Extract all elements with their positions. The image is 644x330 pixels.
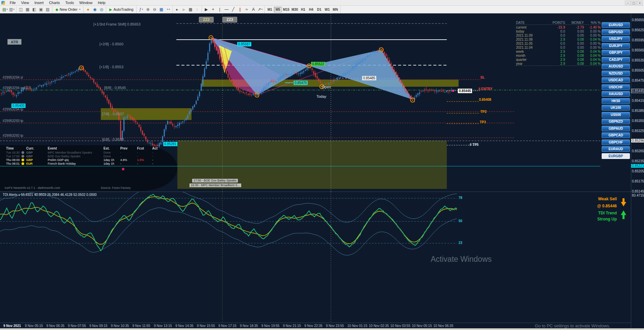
restore-button[interactable]: ▢ [631, 1, 637, 5]
order-line-label: #29953294 tp [3, 108, 23, 111]
app-logo-icon [1, 1, 5, 5]
crosshair-button[interactable]: + [210, 6, 216, 13]
bottom-strip [0, 328, 644, 330]
symbol-button-list: EURUSDGBPUSDUSDJPYEURJPYGBPJPYCADJPYAUDU… [602, 13, 630, 192]
trendline-button[interactable]: ╱ [230, 6, 237, 13]
minimize-button[interactable]: – [625, 1, 631, 5]
symbol-gbpnzd[interactable]: GBPNZD [602, 119, 630, 124]
menu-insert[interactable]: Insert [32, 0, 46, 5]
timeframe-h4[interactable]: H4 [307, 7, 315, 12]
sell-arrow-icon [621, 198, 626, 207]
chart-news-marker: 16:30 - MPC Member Broadbent S... [189, 183, 241, 187]
chart-shift-button[interactable]: ▹ [180, 6, 187, 13]
timeframe-m1[interactable]: M1 [266, 7, 274, 12]
order-line-label: #29953294 sell 0.5 [3, 86, 31, 90]
activate-windows-watermark-line2: Go to PC settings to activate Windows. [535, 323, 610, 328]
symbol-eurjpy[interactable]: EURJPY [602, 43, 630, 49]
shoulder-label: 0.85522 [311, 62, 325, 66]
zoom-out-button[interactable]: ⊖ [151, 6, 158, 13]
tdi-level-label: 23 [459, 241, 462, 245]
zigzag-button-zz2[interactable]: ZZ2 [199, 17, 214, 23]
metaeditor-button[interactable]: ◉ [91, 6, 98, 13]
symbol-nzdusd[interactable]: NZDUSD [602, 71, 630, 76]
fibonacci-button[interactable]: ≈ [243, 6, 250, 13]
new-order-icon: ◆ [55, 7, 58, 12]
symbol-usdcad[interactable]: USDCAD [602, 77, 630, 83]
timeframe-d1[interactable]: D1 [315, 7, 323, 12]
strategy-tester-button[interactable]: ▨ [44, 6, 51, 13]
timeframe-m30[interactable]: M30 [291, 7, 299, 12]
symbol-gbpusd[interactable]: GBPUSD [602, 29, 630, 35]
market-watch-button[interactable]: ◫ [17, 6, 24, 13]
menu-view[interactable]: View [18, 0, 32, 5]
menu-help[interactable]: Help [95, 0, 108, 5]
support-line [0, 166, 600, 166]
timeframe-h1[interactable]: H1 [299, 7, 307, 12]
profiles-button[interactable]: ▥▾ [8, 6, 15, 13]
symbol-xauusd[interactable]: XAUUSD [602, 91, 630, 97]
menu-charts[interactable]: Charts [46, 0, 62, 5]
new-chart-button[interactable]: ▤▾ [2, 6, 8, 13]
close-button[interactable]: × [637, 1, 643, 5]
symbol-cadjpy[interactable]: CADJPY [602, 57, 630, 63]
tdi-trend-value: Strong Up [581, 217, 617, 221]
menu-tools[interactable]: Tools [62, 0, 77, 5]
zoom-in-button[interactable]: ⊕ [144, 6, 151, 13]
autoscroll-button[interactable]: ▸ [174, 6, 180, 13]
symbol-gbpaud[interactable]: GBPAUD [602, 126, 630, 131]
arrows-button[interactable]: ↗▾ [257, 6, 263, 13]
tdi-level-label: 50 [459, 219, 462, 223]
menu-file[interactable]: File [7, 0, 18, 5]
symbol-eurusd[interactable]: EURUSD [602, 22, 630, 28]
trend-up-arrow-icon [621, 210, 626, 219]
tile-windows-button[interactable]: ▦ [158, 6, 165, 13]
autotrading-button[interactable]: ▶AutoTrading [107, 6, 135, 13]
vertical-line-button[interactable]: | [216, 6, 223, 13]
tp2-label: TP2 [480, 110, 486, 114]
symbol-hk50[interactable]: HK50 [602, 98, 630, 104]
timeframe-mn[interactable]: MN [331, 7, 339, 12]
horizontal-line-button[interactable]: — [223, 6, 230, 13]
atr-button[interactable]: ATR [7, 39, 22, 45]
minor-label: 0.85485 [362, 76, 376, 80]
data-window-button[interactable]: ▦ [24, 6, 31, 13]
cursor-button[interactable]: ▶ [203, 6, 210, 13]
timeframe-w1[interactable]: W1 [323, 7, 331, 12]
frame-shift-label-label: [+1/3rd Frame Shift] 0.85653 [93, 22, 140, 26]
timeframe-m15[interactable]: M15 [282, 7, 290, 12]
channel-button[interactable]: ∥ [237, 6, 243, 13]
cycle-lines-button[interactable]: ◌ [194, 6, 201, 13]
grid-button[interactable]: ▩ [187, 6, 194, 13]
symbol-eurgbp[interactable]: EURGBP [602, 153, 630, 159]
indicators-button[interactable]: ƒ▾ [138, 6, 144, 13]
news-info-button[interactable]: ◎ [98, 6, 105, 13]
entry-label: # ENTRY [478, 87, 492, 91]
tp1-price-label: 0.85408 [479, 98, 491, 101]
zigzag-button-zz3[interactable]: ZZ3 [222, 17, 237, 23]
symbol-gbpcad[interactable]: GBPCAD [602, 132, 630, 138]
chart-workspace: ZZ2 ZZ3 ATR 0.855870.855220.854700.85485… [0, 13, 644, 330]
window-controls: –▢× [625, 1, 643, 5]
styler-button[interactable]: ● [85, 6, 91, 13]
tdi-trend-label: TDI Trend [581, 211, 617, 215]
toolbar: ▤▾▥▾◫▦◧▣▨◆New Order▾●◉◎▶AutoTradingƒ▾⊕⊖▦… [0, 6, 644, 13]
plus-2-8-label: [+2/8] - 0.8560 [99, 42, 123, 46]
open-label-label: Open [322, 85, 331, 89]
terminal-button[interactable]: ▣ [38, 6, 44, 13]
symbol-gbpchf[interactable]: GBPCHF [602, 139, 630, 145]
text-button[interactable]: A [250, 6, 257, 13]
level-6-8-label: [6/8] - 0.8530 [102, 137, 124, 141]
new-order-button[interactable]: ◆New Order▾ [53, 6, 82, 13]
symbol-usdchf[interactable]: USDCHF [602, 84, 630, 90]
symbol-uk100[interactable]: UK100 [602, 105, 630, 111]
symbol-us500[interactable]: US500 [602, 112, 630, 118]
period-button[interactable]: ◔▾ [165, 6, 171, 13]
symbol-audusd[interactable]: AUDUSD [602, 64, 630, 69]
menu-window[interactable]: Window [77, 0, 95, 5]
navigator-button[interactable]: ◧ [31, 6, 38, 13]
symbol-gbpjpy[interactable]: GBPJPY [602, 50, 630, 55]
timeframe-m5[interactable]: M5 [274, 7, 282, 12]
symbol-euraud[interactable]: EURAUD [602, 146, 630, 152]
symbol-usdjpy[interactable]: USDJPY [602, 36, 630, 42]
peak-label: 0.85587 [237, 42, 251, 46]
